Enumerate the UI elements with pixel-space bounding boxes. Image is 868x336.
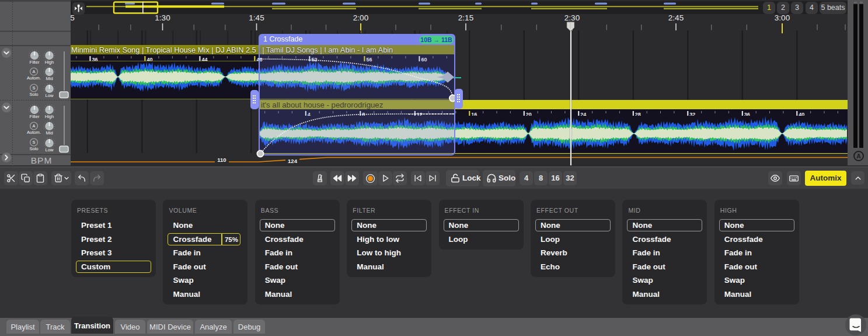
svg-text:A: A	[32, 123, 36, 129]
svg-text:A: A	[32, 69, 36, 74]
svg-text:A: A	[856, 153, 861, 160]
svg-text:Solo: Solo	[29, 146, 38, 151]
svg-text:Autom.: Autom.	[27, 129, 41, 134]
svg-text:Filter: Filter	[30, 59, 40, 64]
svg-text:Solo: Solo	[29, 91, 38, 96]
svg-text:Mid: Mid	[46, 130, 53, 135]
svg-text:S: S	[32, 85, 35, 91]
svg-text:Mid: Mid	[46, 75, 53, 81]
svg-text:Autom.: Autom.	[27, 75, 41, 80]
svg-text:Filter: Filter	[30, 113, 40, 119]
svg-text:High: High	[45, 113, 54, 119]
svg-text:S: S	[32, 140, 35, 145]
svg-text:Low: Low	[46, 147, 54, 152]
svg-text:High: High	[45, 59, 54, 64]
svg-text:BPM: BPM	[31, 155, 53, 165]
svg-text:Low: Low	[46, 92, 54, 98]
